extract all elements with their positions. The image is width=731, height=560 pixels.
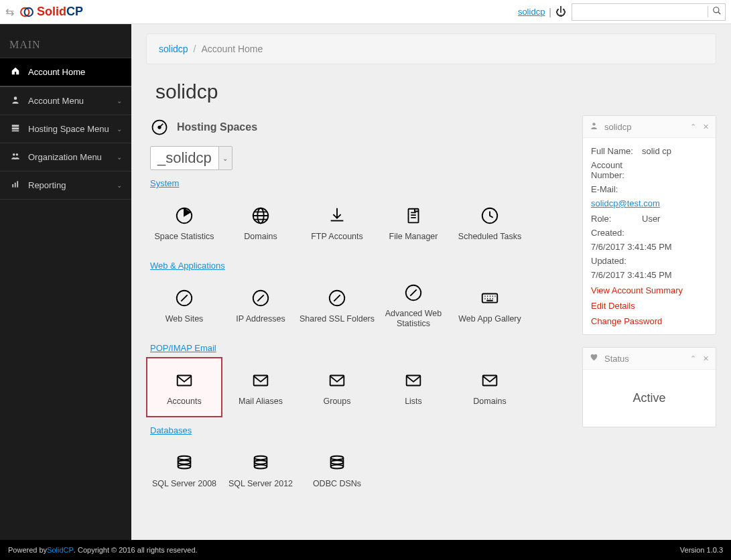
breadcrumb-sep: / [194,44,196,54]
svg-rect-22 [12,184,13,188]
close-icon[interactable]: ✕ [703,123,709,131]
compass-icon [403,281,423,305]
collapse-icon[interactable]: ⌃ [690,123,696,131]
action-edit-details[interactable]: Edit Details [591,301,708,311]
breadcrumb-root[interactable]: solidcp [159,44,188,54]
tile-label: Web App Gallery [458,314,521,324]
search-icon[interactable] [708,6,725,17]
compass-icon [327,286,347,310]
tile-label: Mail Aliases [239,397,283,407]
mail-icon [174,368,194,393]
footer: Powered by SolidCP . Copyright © 2016 al… [0,540,731,560]
tile-web-app-gallery[interactable]: Web App Gallery [452,275,528,335]
nav-hosting-space-menu[interactable]: Hosting Space Menu⌄ [0,115,131,143]
tile-web-sites[interactable]: Web Sites [146,275,222,335]
tile-label: Scheduled Tasks [458,232,521,242]
user-icon [9,95,21,107]
tile-accounts[interactable]: Accounts [146,357,222,417]
mail-icon [480,368,500,393]
logo-icon [19,5,34,19]
action-view-account-summary[interactable]: View Account Summary [591,285,708,295]
category-pop-imap-email[interactable]: POP/IMAP Email [150,343,570,353]
filemgr-icon [403,204,423,228]
account-value [642,160,708,180]
svg-rect-23 [15,183,16,188]
nav-organization-menu[interactable]: Organization Menu⌄ [0,143,131,171]
email-label: E-Mail: [591,184,708,194]
sidebar: MAIN Account HomeAccount Menu⌄Hosting Sp… [0,24,131,540]
main-content: solidcp / Account Home solidcp Hosting S… [131,24,731,540]
footer-prefix: Powered by [8,546,47,554]
tile-shared-ssl-folders[interactable]: Shared SSL Folders [299,275,375,335]
chevron-down-icon: ⌄ [117,182,122,189]
tile-domains[interactable]: Domains [452,357,528,417]
mail-icon [327,368,347,393]
tile-file-manager[interactable]: File Manager [375,192,452,253]
compass-icon [174,286,194,310]
tile-label: IP Addresses [236,314,285,324]
sidebar-heading: MAIN [0,24,131,58]
server-icon [9,123,21,135]
search-box [572,3,726,21]
tile-odbc-dsns[interactable]: ODBC DSNs [299,439,375,500]
logo-cp: CP [66,5,83,19]
nav-label: Account Home [28,67,85,77]
space-select-value: _solidcp [151,149,218,167]
tile-sql-server-2008[interactable]: SQL Server 2008 [146,439,222,500]
chevron-down-icon: ⌄ [117,125,122,133]
search-input[interactable] [572,7,708,17]
tile-lists[interactable]: Lists [375,357,452,417]
footer-link[interactable]: SolidCP [47,546,74,554]
tile-label: Lists [405,397,422,407]
nav-label: Organization Menu [28,152,102,162]
db-icon [251,451,271,475]
tile-label: FTP Accounts [311,232,363,242]
separator: | [549,7,551,17]
logo[interactable]: SolidCP [19,5,83,19]
topbar: ⇆ SolidCP solidcp | ⏻ [0,0,731,24]
tile-domains[interactable]: Domains [222,192,299,253]
tile-label: Space Statistics [155,232,214,242]
globe-icon [251,204,271,228]
category-databases[interactable]: Databases [150,425,570,435]
user-link[interactable]: solidcp [518,7,545,17]
user-icon [590,121,599,132]
tile-label: ODBC DSNs [313,479,361,489]
nav-reporting[interactable]: Reporting⌄ [0,171,131,200]
compass-icon [251,286,271,310]
svg-rect-24 [17,181,18,187]
tile-advanced-web-statistics[interactable]: Advanced Web Statistics [375,275,452,335]
status-value: Active [591,378,708,419]
tile-label: Domains [244,232,277,242]
tile-space-statistics[interactable]: Space Statistics [146,192,222,253]
chart-icon [9,180,21,191]
tile-scheduled-tasks[interactable]: Scheduled Tasks [452,192,528,253]
tile-ftp-accounts[interactable]: FTP Accounts [299,192,375,253]
chevron-down-icon: ⌄ [117,97,122,104]
breadcrumb: solidcp / Account Home [146,33,716,64]
swap-icon[interactable]: ⇆ [5,5,14,18]
email-value[interactable]: solidcp@test.com [591,198,708,208]
svg-rect-17 [12,125,19,127]
tile-mail-aliases[interactable]: Mail Aliases [222,357,299,417]
close-icon[interactable]: ✕ [703,354,709,363]
tile-label: Groups [324,397,351,407]
download-icon [327,204,347,228]
category-web-applications[interactable]: Web & Applications [150,261,570,271]
hosting-header: Hosting Spaces [150,118,570,137]
power-icon[interactable]: ⏻ [555,6,566,18]
status-panel-title: Status [604,354,629,364]
collapse-icon[interactable]: ⌃ [690,354,696,363]
users-icon [9,151,21,163]
account-label: Account Number: [591,160,642,180]
tile-ip-addresses[interactable]: IP Addresses [222,275,299,335]
tile-groups[interactable]: Groups [299,357,375,417]
tile-sql-server-2012[interactable]: SQL Server 2012 [222,439,299,500]
category-system[interactable]: System [150,178,570,188]
space-select[interactable]: _solidcp ⌄ [150,146,232,170]
nav-account-home[interactable]: Account Home [0,58,131,87]
nav-label: Hosting Space Menu [28,124,109,134]
action-change-password[interactable]: Change Password [591,316,708,326]
nav-account-menu[interactable]: Account Menu⌄ [0,87,131,115]
chevron-down-icon: ⌄ [218,147,232,169]
